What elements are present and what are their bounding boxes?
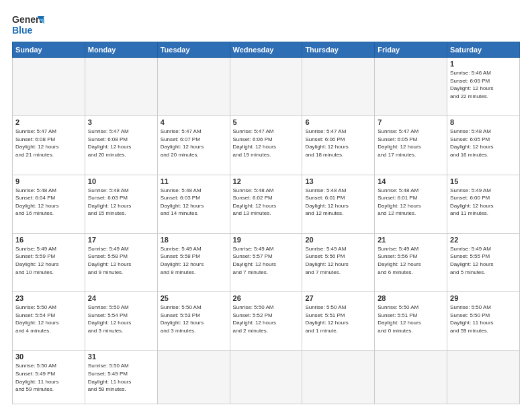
day-info: Sunrise: 5:47 AM Sunset: 6:07 PM Dayligh… <box>161 128 227 158</box>
day-info: Sunrise: 5:50 AM Sunset: 5:54 PM Dayligh… <box>15 304 82 334</box>
day-number: 1 <box>450 60 517 68</box>
day-number: 15 <box>450 177 517 185</box>
day-number: 17 <box>88 236 154 244</box>
calendar-cell: 16Sunrise: 5:49 AM Sunset: 5:59 PM Dayli… <box>13 233 85 291</box>
calendar-cell: 7Sunrise: 5:47 AM Sunset: 6:05 PM Daylig… <box>375 116 447 175</box>
day-number: 10 <box>88 177 154 185</box>
day-number: 13 <box>305 177 371 185</box>
calendar-cell: 1Sunrise: 5:46 AM Sunset: 6:09 PM Daylig… <box>447 58 520 116</box>
day-info: Sunrise: 5:49 AM Sunset: 5:58 PM Dayligh… <box>161 245 227 276</box>
day-number: 5 <box>233 118 300 126</box>
calendar-cell: 17Sunrise: 5:49 AM Sunset: 5:58 PM Dayli… <box>85 233 157 291</box>
svg-text:Blue: Blue <box>12 25 33 36</box>
day-number: 24 <box>88 294 154 302</box>
calendar-cell: 13Sunrise: 5:48 AM Sunset: 6:01 PM Dayli… <box>302 175 375 233</box>
calendar-cell: 5Sunrise: 5:47 AM Sunset: 6:06 PM Daylig… <box>230 116 302 175</box>
calendar-cell <box>375 351 447 404</box>
weekday-header: Wednesday <box>230 42 302 58</box>
weekday-header: Thursday <box>302 42 375 58</box>
calendar-cell: 8Sunrise: 5:48 AM Sunset: 6:05 PM Daylig… <box>447 116 520 175</box>
day-info: Sunrise: 5:50 AM Sunset: 5:49 PM Dayligh… <box>15 362 82 393</box>
calendar-cell: 12Sunrise: 5:48 AM Sunset: 6:02 PM Dayli… <box>230 175 302 233</box>
day-info: Sunrise: 5:50 AM Sunset: 5:54 PM Dayligh… <box>88 304 154 334</box>
day-info: Sunrise: 5:47 AM Sunset: 6:06 PM Dayligh… <box>233 128 300 158</box>
day-number: 11 <box>161 177 227 185</box>
day-info: Sunrise: 5:48 AM Sunset: 6:05 PM Dayligh… <box>450 128 517 158</box>
day-info: Sunrise: 5:49 AM Sunset: 5:59 PM Dayligh… <box>15 245 82 276</box>
calendar-cell: 9Sunrise: 5:48 AM Sunset: 6:04 PM Daylig… <box>13 175 85 233</box>
day-info: Sunrise: 5:48 AM Sunset: 6:03 PM Dayligh… <box>88 187 154 218</box>
calendar-cell: 15Sunrise: 5:49 AM Sunset: 6:00 PM Dayli… <box>447 175 520 233</box>
calendar-cell: 29Sunrise: 5:50 AM Sunset: 5:50 PM Dayli… <box>447 292 520 351</box>
calendar-cell <box>302 351 375 404</box>
day-number: 28 <box>378 294 444 302</box>
weekday-header: Tuesday <box>157 42 230 58</box>
calendar-cell: 19Sunrise: 5:49 AM Sunset: 5:57 PM Dayli… <box>230 233 302 291</box>
calendar-cell <box>85 58 157 116</box>
day-number: 7 <box>378 118 444 126</box>
day-number: 21 <box>378 236 444 244</box>
calendar-cell <box>157 58 230 116</box>
day-info: Sunrise: 5:49 AM Sunset: 6:00 PM Dayligh… <box>450 187 517 218</box>
day-info: Sunrise: 5:50 AM Sunset: 5:51 PM Dayligh… <box>378 304 444 334</box>
calendar-cell: 31Sunrise: 5:50 AM Sunset: 5:49 PM Dayli… <box>85 351 157 404</box>
logo-icon: General Blue <box>12 11 44 36</box>
day-info: Sunrise: 5:49 AM Sunset: 5:57 PM Dayligh… <box>233 245 300 276</box>
day-info: Sunrise: 5:50 AM Sunset: 5:49 PM Dayligh… <box>88 362 154 393</box>
day-number: 9 <box>15 177 82 185</box>
header: General Blue <box>12 11 520 36</box>
day-number: 19 <box>233 236 300 244</box>
weekday-header: Monday <box>85 42 157 58</box>
day-info: Sunrise: 5:49 AM Sunset: 5:55 PM Dayligh… <box>450 245 517 276</box>
calendar-cell: 18Sunrise: 5:49 AM Sunset: 5:58 PM Dayli… <box>157 233 230 291</box>
day-number: 22 <box>450 236 517 244</box>
calendar-cell: 14Sunrise: 5:48 AM Sunset: 6:01 PM Dayli… <box>375 175 447 233</box>
day-info: Sunrise: 5:49 AM Sunset: 5:56 PM Dayligh… <box>305 245 371 276</box>
weekday-header: Friday <box>375 42 447 58</box>
day-info: Sunrise: 5:50 AM Sunset: 5:53 PM Dayligh… <box>161 304 227 334</box>
calendar-cell: 20Sunrise: 5:49 AM Sunset: 5:56 PM Dayli… <box>302 233 375 291</box>
day-info: Sunrise: 5:49 AM Sunset: 5:56 PM Dayligh… <box>378 245 444 276</box>
calendar-cell: 3Sunrise: 5:47 AM Sunset: 6:08 PM Daylig… <box>85 116 157 175</box>
weekday-header: Saturday <box>447 42 520 58</box>
calendar-cell <box>157 351 230 404</box>
day-number: 3 <box>88 118 154 126</box>
calendar-cell <box>13 58 85 116</box>
calendar-cell: 27Sunrise: 5:50 AM Sunset: 5:51 PM Dayli… <box>302 292 375 351</box>
calendar-cell: 30Sunrise: 5:50 AM Sunset: 5:49 PM Dayli… <box>13 351 85 404</box>
calendar-cell: 28Sunrise: 5:50 AM Sunset: 5:51 PM Dayli… <box>375 292 447 351</box>
calendar-cell: 10Sunrise: 5:48 AM Sunset: 6:03 PM Dayli… <box>85 175 157 233</box>
day-info: Sunrise: 5:48 AM Sunset: 6:02 PM Dayligh… <box>233 187 300 218</box>
day-number: 2 <box>15 118 82 126</box>
day-info: Sunrise: 5:46 AM Sunset: 6:09 PM Dayligh… <box>450 69 517 100</box>
day-info: Sunrise: 5:47 AM Sunset: 6:08 PM Dayligh… <box>88 128 154 158</box>
calendar-cell: 25Sunrise: 5:50 AM Sunset: 5:53 PM Dayli… <box>157 292 230 351</box>
day-number: 4 <box>161 118 227 126</box>
calendar-cell: 4Sunrise: 5:47 AM Sunset: 6:07 PM Daylig… <box>157 116 230 175</box>
day-number: 31 <box>88 353 154 361</box>
calendar-cell <box>375 58 447 116</box>
day-number: 25 <box>161 294 227 302</box>
calendar-cell: 21Sunrise: 5:49 AM Sunset: 5:56 PM Dayli… <box>375 233 447 291</box>
day-number: 27 <box>305 294 371 302</box>
calendar-cell: 11Sunrise: 5:48 AM Sunset: 6:03 PM Dayli… <box>157 175 230 233</box>
day-number: 6 <box>305 118 371 126</box>
day-number: 16 <box>15 236 82 244</box>
day-info: Sunrise: 5:47 AM Sunset: 6:05 PM Dayligh… <box>378 128 444 158</box>
calendar-cell <box>447 351 520 404</box>
calendar-cell <box>302 58 375 116</box>
calendar-cell <box>230 351 302 404</box>
day-number: 26 <box>233 294 300 302</box>
day-number: 14 <box>378 177 444 185</box>
calendar-cell: 23Sunrise: 5:50 AM Sunset: 5:54 PM Dayli… <box>13 292 85 351</box>
page: General Blue SundayMondayTuesdayWednesda… <box>0 0 532 411</box>
calendar-cell: 22Sunrise: 5:49 AM Sunset: 5:55 PM Dayli… <box>447 233 520 291</box>
day-number: 30 <box>15 353 82 361</box>
calendar-table: SundayMondayTuesdayWednesdayThursdayFrid… <box>12 42 520 404</box>
day-number: 29 <box>450 294 517 302</box>
day-number: 20 <box>305 236 371 244</box>
day-info: Sunrise: 5:48 AM Sunset: 6:01 PM Dayligh… <box>378 187 444 218</box>
calendar-cell: 2Sunrise: 5:47 AM Sunset: 6:08 PM Daylig… <box>13 116 85 175</box>
day-info: Sunrise: 5:47 AM Sunset: 6:06 PM Dayligh… <box>305 128 371 158</box>
day-info: Sunrise: 5:48 AM Sunset: 6:04 PM Dayligh… <box>15 187 82 218</box>
